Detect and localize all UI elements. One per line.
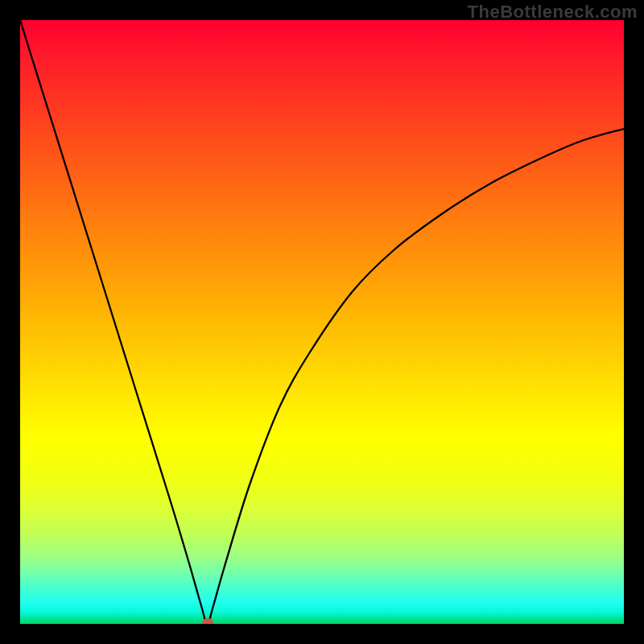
watermark-text: TheBottleneck.com <box>468 2 638 23</box>
chart-stage: TheBottleneck.com <box>0 0 644 644</box>
curve-svg <box>20 20 624 624</box>
plot-area <box>20 20 624 624</box>
minimum-marker <box>202 618 213 624</box>
bottleneck-curve <box>20 20 624 624</box>
